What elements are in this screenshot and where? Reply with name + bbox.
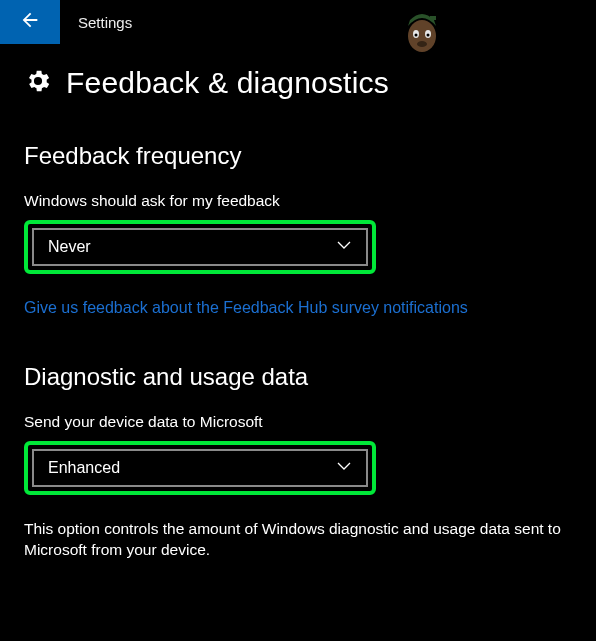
feedback-frequency-select[interactable]: Never <box>32 228 368 266</box>
page-title-row: Feedback & diagnostics <box>24 66 572 100</box>
chevron-down-icon <box>336 237 352 257</box>
header-title: Settings <box>60 0 132 44</box>
back-arrow-icon <box>19 9 41 35</box>
section-heading-diagnostic: Diagnostic and usage data <box>24 363 572 391</box>
diagnostic-description: This option controls the amount of Windo… <box>24 519 564 561</box>
svg-rect-1 <box>430 16 436 20</box>
highlight-feedback-select: Never <box>24 220 376 274</box>
feedback-hub-link[interactable]: Give us feedback about the Feedback Hub … <box>24 298 572 319</box>
diagnostic-label: Send your device data to Microsoft <box>24 413 572 431</box>
back-button[interactable] <box>0 0 60 44</box>
svg-point-5 <box>427 34 430 37</box>
section-heading-feedback: Feedback frequency <box>24 142 572 170</box>
highlight-diagnostic-select: Enhanced <box>24 441 376 495</box>
watermark-avatar <box>400 6 444 56</box>
header: Settings <box>0 0 596 44</box>
gear-icon <box>24 67 52 99</box>
diagnostic-select[interactable]: Enhanced <box>32 449 368 487</box>
svg-point-0 <box>408 20 436 52</box>
diagnostic-value: Enhanced <box>48 459 120 477</box>
svg-point-4 <box>415 34 418 37</box>
page-title: Feedback & diagnostics <box>66 66 389 100</box>
feedback-frequency-label: Windows should ask for my feedback <box>24 192 572 210</box>
content: Feedback & diagnostics Feedback frequenc… <box>0 44 596 561</box>
feedback-frequency-value: Never <box>48 238 91 256</box>
svg-point-6 <box>417 41 427 47</box>
chevron-down-icon <box>336 458 352 478</box>
